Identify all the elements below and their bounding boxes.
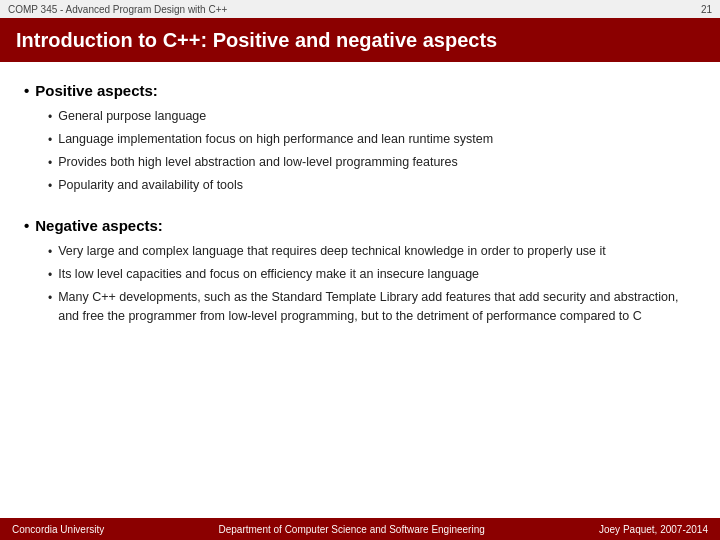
list-item-text: Its low level capacities and focus on ef… (58, 265, 696, 284)
section-bullet-negative: • (24, 217, 29, 234)
top-bar: COMP 345 - Advanced Program Design with … (0, 0, 720, 18)
slide-number: 21 (701, 4, 712, 15)
section-positive-title: •Positive aspects: (24, 82, 696, 99)
sub-bullet-icon: • (48, 131, 52, 149)
section-negative-list: •Very large and complex language that re… (48, 242, 696, 326)
list-item-text: Popularity and availability of tools (58, 176, 696, 195)
sub-bullet-icon: • (48, 177, 52, 195)
section-negative: •Negative aspects:•Very large and comple… (24, 217, 696, 330)
footer-right: Joey Paquet, 2007-2014 (599, 524, 708, 535)
list-item-text: Language implementation focus on high pe… (58, 130, 696, 149)
section-positive-list: •General purpose language•Language imple… (48, 107, 696, 195)
sub-bullet-icon: • (48, 289, 52, 307)
slide-footer: Concordia University Department of Compu… (0, 518, 720, 540)
section-title-text-negative: Negative aspects: (35, 217, 163, 234)
list-item-text: Many C++ developments, such as the Stand… (58, 288, 696, 326)
sub-bullet-icon: • (48, 154, 52, 172)
list-item: •Provides both high level abstraction an… (48, 153, 696, 172)
sub-bullet-icon: • (48, 108, 52, 126)
slide-content: •Positive aspects:•General purpose langu… (0, 62, 720, 518)
sub-bullet-icon: • (48, 243, 52, 261)
list-item: •Its low level capacities and focus on e… (48, 265, 696, 284)
section-bullet-positive: • (24, 82, 29, 99)
footer-center: Department of Computer Science and Softw… (219, 524, 485, 535)
sub-bullet-icon: • (48, 266, 52, 284)
list-item: •General purpose language (48, 107, 696, 126)
list-item-text: Provides both high level abstraction and… (58, 153, 696, 172)
slide-title: Introduction to C++: Positive and negati… (16, 29, 497, 52)
slide-header: Introduction to C++: Positive and negati… (0, 18, 720, 62)
list-item: •Many C++ developments, such as the Stan… (48, 288, 696, 326)
section-negative-title: •Negative aspects: (24, 217, 696, 234)
list-item-text: Very large and complex language that req… (58, 242, 696, 261)
course-title: COMP 345 - Advanced Program Design with … (8, 4, 227, 15)
section-positive: •Positive aspects:•General purpose langu… (24, 82, 696, 199)
footer-left: Concordia University (12, 524, 104, 535)
list-item-text: General purpose language (58, 107, 696, 126)
section-title-text-positive: Positive aspects: (35, 82, 158, 99)
list-item: •Language implementation focus on high p… (48, 130, 696, 149)
list-item: •Popularity and availability of tools (48, 176, 696, 195)
list-item: •Very large and complex language that re… (48, 242, 696, 261)
